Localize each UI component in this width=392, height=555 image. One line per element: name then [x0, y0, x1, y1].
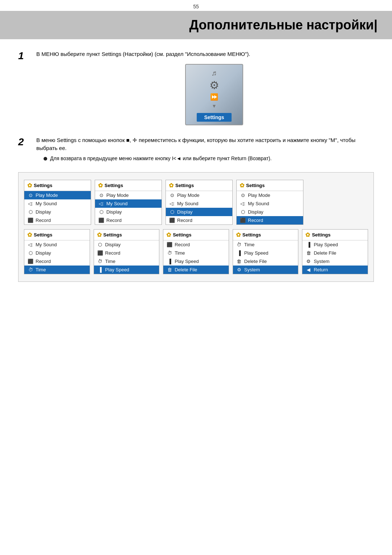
- step2-number: 2: [18, 136, 29, 148]
- record-label-b1: Record: [36, 259, 51, 264]
- menu-item-time-b4[interactable]: ⏱ Time: [233, 240, 298, 249]
- return-icon-b5: ◀: [305, 267, 312, 272]
- menu-item-record-b2[interactable]: ⬛ Record: [94, 249, 159, 257]
- menu-col-3-header: ✿ Settings: [166, 180, 232, 191]
- menu-col-b4-title: Settings: [242, 232, 261, 238]
- gear-icon-b1: ✿: [27, 231, 32, 238]
- menu-bottom-row: ✿ Settings ◁: My Sound ⬡ Display ⬛ Recor…: [24, 229, 368, 274]
- record-label-1: Record: [36, 218, 51, 223]
- menu-col-b3: ✿ Settings ⬛ Record ⏱ Time ▐ Play Speed …: [163, 229, 229, 274]
- system-icon-b5: ⚙: [305, 259, 312, 264]
- menu-item-my-sound-1[interactable]: ◁: My Sound: [24, 199, 91, 208]
- record-label-b3: Record: [175, 242, 190, 247]
- menu-col-4-header: ✿ Settings: [237, 180, 303, 191]
- menu-item-play-speed-b5[interactable]: ▐ Play Speed: [302, 240, 368, 249]
- menu-item-time-b2[interactable]: ⏱ Time: [94, 257, 159, 266]
- menu-col-2-header: ✿ Settings: [95, 180, 162, 191]
- gear-icon-1: ✿: [27, 182, 32, 189]
- system-icon-b4: ⚙: [236, 267, 242, 272]
- menu-item-time-b3[interactable]: ⏱ Time: [163, 249, 229, 257]
- play-speed-label-b2: Play Speed: [105, 267, 130, 272]
- gear-icon-b2: ✿: [97, 231, 102, 238]
- menu-item-my-sound-2[interactable]: ◁: My Sound: [95, 199, 162, 208]
- menu-item-display-b2[interactable]: ⬡ Display: [94, 240, 159, 249]
- menu-item-record-b1[interactable]: ⬛ Record: [24, 257, 90, 266]
- gear-icon-b3: ✿: [166, 231, 171, 238]
- menu-col-4-title: Settings: [246, 183, 265, 188]
- record-icon-b1: ⬛: [27, 259, 34, 264]
- menu-item-record-2[interactable]: ⬛ Record: [95, 216, 162, 224]
- menu-item-delete-file-b5[interactable]: 🗑 Delete File: [302, 249, 368, 257]
- return-label-b5: Return: [314, 267, 328, 272]
- menu-item-play-speed-b3[interactable]: ▐ Play Speed: [163, 257, 229, 266]
- menu-item-record-b3[interactable]: ⬛ Record: [163, 240, 229, 249]
- menu-item-display-2[interactable]: ⬡ Display: [95, 208, 162, 216]
- menu-item-display-4[interactable]: ⬡ Display: [237, 208, 303, 216]
- settings-icon-box: ♬ ⚙ ⏩ ▾ Settings: [185, 64, 243, 125]
- record-icon-b3: ⬛: [166, 242, 173, 247]
- delete-file-label-b3: Delete File: [175, 267, 197, 272]
- bullet-dot: [44, 157, 47, 161]
- menu-item-record-3[interactable]: ⬛ Record: [166, 216, 232, 224]
- menu-item-my-sound-4[interactable]: ◁: My Sound: [237, 199, 303, 208]
- my-sound-label-2: My Sound: [106, 201, 128, 206]
- menu-item-system-b5[interactable]: ⚙ System: [302, 257, 368, 266]
- my-sound-icon-2: ◁:: [98, 201, 105, 206]
- menu-demo-section: ✿ Settings ⊙ Play Mode ◁: My Sound ⬡ Dis…: [18, 172, 374, 282]
- record-label-b2: Record: [105, 250, 121, 256]
- time-label-b2: Time: [105, 259, 115, 264]
- page-number: 55: [0, 0, 392, 11]
- record-label-3: Record: [177, 218, 192, 223]
- record-label-2: Record: [106, 218, 122, 223]
- display-label-3: Display: [177, 209, 193, 215]
- menu-item-play-mode-4[interactable]: ⊙ Play Mode: [237, 191, 303, 199]
- menu-col-3-title: Settings: [175, 183, 194, 188]
- icon-folder: ⏩: [210, 93, 218, 101]
- menu-item-play-speed-b4[interactable]: ▐ Play Speed: [233, 249, 298, 257]
- menu-item-play-mode-1[interactable]: ⊙ Play Mode: [24, 191, 91, 199]
- menu-col-b5-header: ✿ Settings: [302, 230, 368, 240]
- time-icon-b2: ⏱: [97, 259, 103, 264]
- menu-item-record-1[interactable]: ⬛ Record: [24, 216, 91, 224]
- time-label-b1: Time: [36, 267, 46, 272]
- time-icon-b4: ⏱: [236, 242, 242, 247]
- play-speed-icon-b3: ▐: [166, 259, 173, 264]
- menu-item-system-b4[interactable]: ⚙ System: [233, 266, 298, 274]
- menu-item-time-b1[interactable]: ⏱ Time: [24, 266, 90, 274]
- menu-item-play-mode-3[interactable]: ⊙ Play Mode: [166, 191, 232, 199]
- delete-file-label-b5: Delete File: [314, 250, 336, 256]
- menu-item-my-sound-b1[interactable]: ◁: My Sound: [24, 240, 90, 249]
- record-icon-3: ⬛: [169, 218, 175, 223]
- menu-col-b1-title: Settings: [34, 232, 52, 238]
- step1: 1 В МЕНЮ выберите пункт Settings (Настро…: [18, 50, 374, 125]
- menu-col-b2-header: ✿ Settings: [94, 230, 159, 240]
- menu-item-play-speed-b2[interactable]: ▐ Play Speed: [94, 266, 159, 274]
- icon-gear: ⚙: [209, 79, 219, 92]
- main-content: 1 В МЕНЮ выберите пункт Settings (Настро…: [0, 50, 392, 282]
- menu-item-delete-file-b3[interactable]: 🗑 Delete File: [163, 266, 229, 274]
- gear-icon-3: ✿: [169, 182, 173, 189]
- gear-icon-b5: ✿: [305, 231, 310, 238]
- menu-item-return-b5[interactable]: ◀ Return: [302, 266, 368, 274]
- menu-item-play-mode-2[interactable]: ⊙ Play Mode: [95, 191, 162, 199]
- step2-text: В меню Settings с помощью кнопок ■, ✛ пе…: [36, 136, 374, 153]
- display-icon-3: ⬡: [169, 209, 175, 215]
- my-sound-icon-b1: ◁:: [27, 242, 34, 247]
- menu-item-record-4[interactable]: ⬛ Record: [237, 216, 303, 224]
- settings-label: Settings: [197, 113, 231, 122]
- play-speed-icon-b2: ▐: [97, 267, 103, 272]
- menu-item-display-1[interactable]: ⬡ Display: [24, 208, 91, 216]
- menu-item-my-sound-3[interactable]: ◁: My Sound: [166, 199, 232, 208]
- play-mode-label-2: Play Mode: [106, 193, 128, 198]
- menu-col-1-title: Settings: [34, 183, 52, 188]
- system-label-b5: System: [314, 259, 329, 264]
- display-label-4: Display: [248, 209, 264, 215]
- menu-item-delete-file-b4[interactable]: 🗑 Delete File: [233, 257, 298, 266]
- menu-col-b4: ✿ Settings ⏱ Time ▐ Play Speed 🗑 Delete …: [233, 229, 299, 274]
- time-label-b4: Time: [244, 242, 254, 247]
- menu-top-row: ✿ Settings ⊙ Play Mode ◁: My Sound ⬡ Dis…: [24, 180, 368, 225]
- my-sound-label-3: My Sound: [177, 201, 199, 206]
- menu-item-display-b1[interactable]: ⬡ Display: [24, 249, 90, 257]
- menu-item-display-3[interactable]: ⬡ Display: [166, 208, 232, 216]
- delete-file-icon-b4: 🗑: [236, 259, 242, 264]
